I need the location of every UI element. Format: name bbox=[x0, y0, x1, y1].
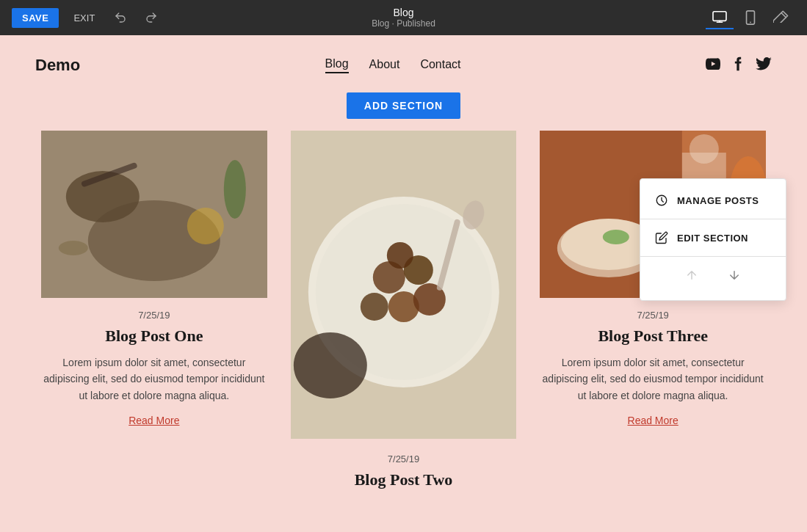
nav-link-blog[interactable]: Blog bbox=[325, 57, 349, 73]
twitter-icon[interactable] bbox=[756, 57, 772, 74]
blog-post-3-title: Blog Post Three bbox=[540, 327, 766, 346]
exit-button[interactable]: EXIT bbox=[68, 10, 101, 26]
toolbar-subtitle: Blog · Published bbox=[372, 18, 435, 29]
mobile-view-button[interactable] bbox=[739, 6, 761, 29]
svg-point-30 bbox=[603, 230, 629, 244]
blog-post-2: 7/25/19 Blog Post Two bbox=[279, 131, 529, 513]
svg-point-7 bbox=[187, 208, 224, 244]
blog-post-1-read-more[interactable]: Read More bbox=[129, 415, 179, 426]
svg-point-2 bbox=[750, 21, 751, 23]
menu-divider-2 bbox=[640, 256, 786, 257]
save-button[interactable]: SAVE bbox=[12, 8, 59, 28]
svg-rect-0 bbox=[713, 12, 726, 21]
edit-section-label: EDIT SECTION bbox=[677, 233, 748, 244]
menu-divider-1 bbox=[640, 219, 786, 219]
nav-link-about[interactable]: About bbox=[369, 58, 400, 73]
blog-post-1: 7/25/19 Blog Post One Lorem ipsum dolor … bbox=[29, 131, 279, 513]
blog-post-1-image bbox=[41, 131, 267, 298]
manage-posts-label: MANAGE POSTS bbox=[677, 195, 759, 206]
svg-point-19 bbox=[293, 332, 366, 398]
nav-link-contact[interactable]: Contact bbox=[420, 58, 460, 73]
manage-posts-icon bbox=[655, 194, 668, 207]
youtube-icon[interactable] bbox=[706, 58, 720, 73]
move-down-button[interactable] bbox=[722, 266, 747, 288]
blog-post-3-excerpt: Lorem ipsum dolor sit amet, consectetur … bbox=[540, 354, 766, 404]
svg-point-25 bbox=[690, 134, 719, 164]
edit-section-menu-item[interactable]: EDIT SECTION bbox=[640, 222, 786, 253]
add-section-button[interactable]: ADD SECTION bbox=[347, 92, 460, 119]
site-nav-links: Blog About Contact bbox=[325, 57, 461, 73]
toolbar-right bbox=[706, 5, 795, 31]
undo-button[interactable] bbox=[109, 8, 131, 27]
svg-point-9 bbox=[59, 241, 88, 255]
blog-post-2-title: Blog Post Two bbox=[291, 470, 517, 489]
blog-post-3-date: 7/25/19 bbox=[540, 310, 766, 321]
site-nav: Demo Blog About Contact bbox=[0, 35, 807, 92]
site-logo[interactable]: Demo bbox=[35, 56, 80, 75]
edit-tools-button[interactable] bbox=[767, 5, 795, 31]
menu-arrows bbox=[640, 260, 786, 294]
site-nav-socials bbox=[706, 57, 772, 75]
manage-posts-menu-item[interactable]: MANAGE POSTS bbox=[640, 185, 786, 216]
move-up-button[interactable] bbox=[679, 266, 704, 288]
desktop-view-button[interactable] bbox=[706, 6, 734, 29]
svg-point-16 bbox=[360, 293, 388, 321]
svg-point-18 bbox=[386, 242, 413, 269]
redo-button[interactable] bbox=[140, 8, 162, 27]
blog-post-1-excerpt: Lorem ipsum dolor sit amet, consectetur … bbox=[41, 354, 267, 404]
canvas: Demo Blog About Contact ADD SECTION bbox=[0, 35, 807, 532]
toolbar-left: SAVE EXIT bbox=[12, 8, 162, 28]
blog-post-3-read-more[interactable]: Read More bbox=[628, 415, 678, 426]
context-menu: MANAGE POSTS EDIT SECTION bbox=[640, 178, 786, 301]
blog-post-2-date: 7/25/19 bbox=[291, 453, 517, 464]
blog-post-1-date: 7/25/19 bbox=[41, 310, 267, 321]
blog-post-1-title: Blog Post One bbox=[41, 327, 267, 346]
svg-point-8 bbox=[224, 160, 246, 219]
edit-section-icon bbox=[655, 231, 668, 244]
toolbar: SAVE EXIT Blog Blog · Published bbox=[0, 0, 807, 35]
toolbar-center: Blog Blog · Published bbox=[372, 7, 435, 29]
blog-post-2-image bbox=[291, 131, 517, 439]
toolbar-title: Blog bbox=[372, 7, 435, 19]
add-section-bar: ADD SECTION bbox=[0, 92, 807, 119]
facebook-icon[interactable] bbox=[734, 57, 742, 75]
